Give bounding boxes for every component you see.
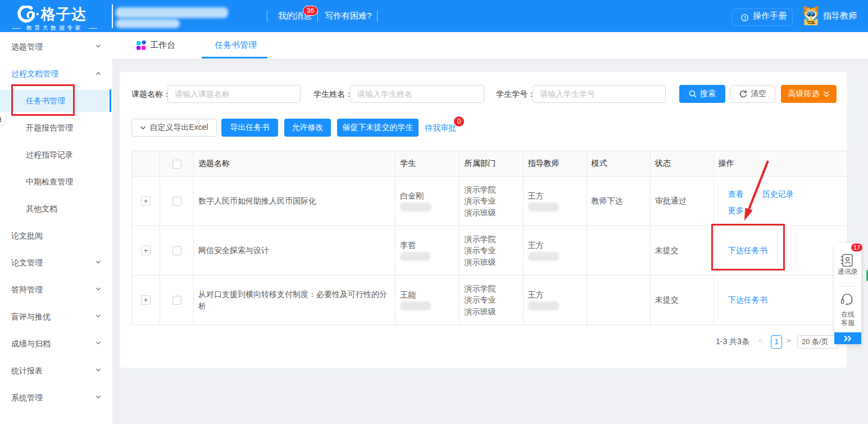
svg-text:?: ? (743, 15, 746, 21)
